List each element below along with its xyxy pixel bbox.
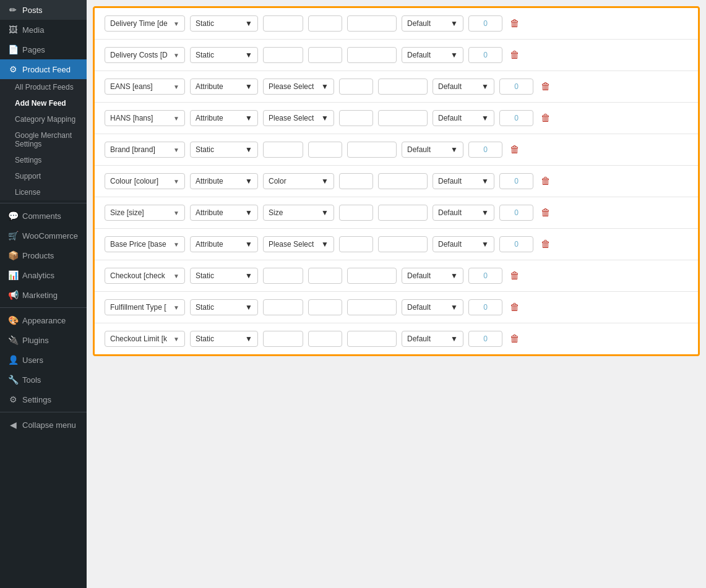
sidebar-item-support[interactable]: Support	[0, 168, 87, 184]
extra-input-eans[interactable]	[378, 79, 428, 95]
number-input-base-price[interactable]	[499, 236, 533, 252]
sidebar-item-products[interactable]: 📦 Products	[0, 245, 87, 265]
number-input-brand[interactable]	[468, 142, 502, 158]
suffix-input-checkout-limit[interactable]	[308, 331, 342, 347]
value-input-brand[interactable]	[263, 142, 303, 158]
extra-input-brand[interactable]	[347, 142, 397, 158]
suffix-input-delivery-time[interactable]	[308, 15, 342, 32]
sidebar-item-comments[interactable]: 💬 Comments	[0, 206, 87, 226]
field-select-delivery-costs[interactable]: Delivery Costs [D ▼	[105, 47, 185, 63]
number-input-size[interactable]	[499, 205, 533, 221]
default-select-checkout[interactable]: Default ▼	[402, 268, 463, 284]
type-select-hans[interactable]: Attribute ▼	[190, 110, 258, 126]
sidebar-item-settings-sub[interactable]: Settings	[0, 152, 87, 168]
sidebar-item-all-product-feeds[interactable]: All Product Feeds	[0, 79, 87, 95]
extra-input-hans[interactable]	[378, 110, 428, 126]
value-select-base-price[interactable]: Please Select ▼	[263, 236, 334, 252]
sidebar-item-category-mapping[interactable]: Category Mapping	[0, 111, 87, 127]
number-input-checkout[interactable]	[468, 268, 502, 284]
suffix-input-hans[interactable]	[339, 110, 373, 126]
suffix-input-size[interactable]	[339, 205, 373, 221]
sidebar-item-product-feed[interactable]: ⚙ Product Feed	[0, 59, 87, 79]
type-select-delivery-costs[interactable]: Static ▼	[190, 47, 258, 63]
default-select-hans[interactable]: Default ▼	[433, 110, 494, 126]
number-input-delivery-costs[interactable]	[468, 47, 502, 63]
type-select-fulfillment[interactable]: Static ▼	[190, 299, 258, 315]
delete-button-fulfillment[interactable]: 🗑	[507, 299, 522, 315]
delete-button-brand[interactable]: 🗑	[507, 142, 522, 158]
default-select-checkout-limit[interactable]: Default ▼	[402, 331, 463, 347]
sidebar-item-users[interactable]: 👤 Users	[0, 350, 87, 370]
field-select-checkout[interactable]: Checkout [check ▼	[105, 268, 185, 284]
value-select-size[interactable]: Size ▼	[263, 205, 334, 221]
type-select-eans[interactable]: Attribute ▼	[190, 79, 258, 95]
value-select-colour[interactable]: Color ▼	[263, 173, 334, 189]
field-select-eans[interactable]: EANS [eans] ▼	[105, 79, 185, 95]
extra-input-checkout-limit[interactable]	[347, 331, 397, 347]
extra-input-fulfillment[interactable]	[347, 299, 397, 315]
suffix-input-fulfillment[interactable]	[308, 299, 342, 315]
default-select-eans[interactable]: Default ▼	[433, 79, 494, 95]
sidebar-item-plugins[interactable]: 🔌 Plugins	[0, 330, 87, 350]
sidebar-item-google-merchant[interactable]: Google Merchant Settings	[0, 127, 87, 152]
type-select-checkout-limit[interactable]: Static ▼	[190, 331, 258, 347]
sidebar-item-media[interactable]: 🖼 Media	[0, 20, 87, 40]
delete-button-eans[interactable]: 🗑	[538, 79, 553, 95]
number-input-colour[interactable]	[499, 173, 533, 189]
value-input-delivery-time[interactable]	[263, 15, 303, 32]
delete-button-hans[interactable]: 🗑	[538, 110, 553, 126]
extra-input-delivery-costs[interactable]	[347, 47, 397, 63]
suffix-input-colour[interactable]	[339, 173, 373, 189]
delete-button-checkout[interactable]: 🗑	[507, 268, 522, 284]
default-select-brand[interactable]: Default ▼	[402, 142, 463, 158]
value-input-checkout-limit[interactable]	[263, 331, 303, 347]
type-select-base-price[interactable]: Attribute ▼	[190, 236, 258, 252]
field-select-base-price[interactable]: Base Price [base ▼	[105, 236, 185, 252]
delete-button-base-price[interactable]: 🗑	[538, 236, 553, 252]
delete-button-checkout-limit[interactable]: 🗑	[507, 331, 522, 347]
field-select-size[interactable]: Size [size] ▼	[105, 205, 185, 221]
sidebar-item-add-new-feed[interactable]: Add New Feed	[0, 95, 87, 111]
extra-input-size[interactable]	[378, 205, 428, 221]
type-select-colour[interactable]: Attribute ▼	[190, 173, 258, 189]
collapse-menu-button[interactable]: ◀ Collapse menu	[0, 415, 87, 435]
field-select-hans[interactable]: HANS [hans] ▼	[105, 110, 185, 126]
field-select-delivery-time[interactable]: Delivery Time [de ▼	[105, 15, 185, 32]
suffix-input-base-price[interactable]	[339, 236, 373, 252]
default-select-delivery-time[interactable]: Default ▼	[402, 15, 463, 32]
suffix-input-checkout[interactable]	[308, 268, 342, 284]
sidebar-item-marketing[interactable]: 📢 Marketing	[0, 285, 87, 305]
type-select-delivery-time[interactable]: Static ▼	[190, 15, 258, 32]
value-select-hans[interactable]: Please Select ▼	[263, 110, 334, 126]
extra-input-delivery-time[interactable]	[347, 15, 397, 32]
suffix-input-brand[interactable]	[308, 142, 342, 158]
sidebar-item-settings[interactable]: ⚙ Settings	[0, 390, 87, 409]
field-select-checkout-limit[interactable]: Checkout Limit [k ▼	[105, 331, 185, 347]
field-select-brand[interactable]: Brand [brand] ▼	[105, 142, 185, 158]
number-input-delivery-time[interactable]	[468, 15, 502, 32]
number-input-checkout-limit[interactable]	[468, 331, 502, 347]
number-input-hans[interactable]	[499, 110, 533, 126]
default-select-base-price[interactable]: Default ▼	[433, 236, 494, 252]
extra-input-base-price[interactable]	[378, 236, 428, 252]
sidebar-item-tools[interactable]: 🔧 Tools	[0, 370, 87, 390]
delete-button-size[interactable]: 🗑	[538, 205, 553, 221]
field-select-fulfillment[interactable]: Fulfillment Type [ ▼	[105, 299, 185, 315]
value-input-fulfillment[interactable]	[263, 299, 303, 315]
default-select-delivery-costs[interactable]: Default ▼	[402, 47, 463, 63]
number-input-eans[interactable]	[499, 79, 533, 95]
value-select-eans[interactable]: Please Select ▼	[263, 79, 334, 95]
delete-button-colour[interactable]: 🗑	[538, 173, 553, 189]
sidebar-item-license[interactable]: License	[0, 184, 87, 200]
suffix-input-delivery-costs[interactable]	[308, 47, 342, 63]
sidebar-item-appearance[interactable]: 🎨 Appearance	[0, 310, 87, 330]
default-select-fulfillment[interactable]: Default ▼	[402, 299, 463, 315]
default-select-colour[interactable]: Default ▼	[433, 173, 494, 189]
number-input-fulfillment[interactable]	[468, 299, 502, 315]
suffix-input-eans[interactable]	[339, 79, 373, 95]
extra-input-colour[interactable]	[378, 173, 428, 189]
value-input-checkout[interactable]	[263, 268, 303, 284]
default-select-size[interactable]: Default ▼	[433, 205, 494, 221]
sidebar-item-pages[interactable]: 📄 Pages	[0, 40, 87, 59]
value-input-delivery-costs[interactable]	[263, 47, 303, 63]
